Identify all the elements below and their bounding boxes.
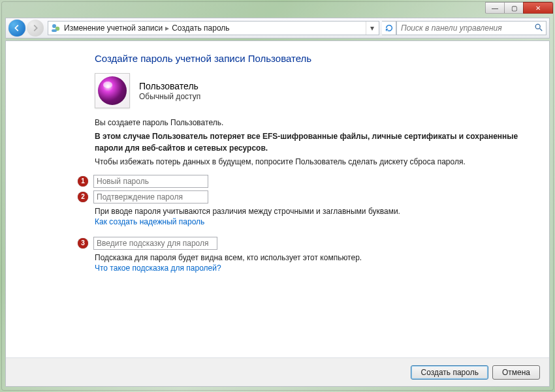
refresh-icon xyxy=(385,23,394,33)
content: Создайте пароль учетной записи Пользоват… xyxy=(6,41,549,357)
avatar-image xyxy=(98,76,127,105)
step-badge-2: 2 xyxy=(78,192,88,202)
what-is-hint-link[interactable]: Что такое подсказка для паролей? xyxy=(95,264,221,273)
strong-password-link[interactable]: Как создать надежный пароль xyxy=(95,217,204,226)
intro-text: Вы создаете пароль Пользователь. xyxy=(95,117,523,128)
window-controls: — ▢ ✕ xyxy=(486,2,553,14)
page-title: Создайте пароль учетной записи Пользоват… xyxy=(95,53,523,64)
toolbar: Изменение учетной записи ▸ Создать парол… xyxy=(5,18,550,38)
step-badge-1: 1 xyxy=(78,176,88,187)
step-badge-3: 3 xyxy=(78,238,88,249)
cancel-button[interactable]: Отмена xyxy=(492,365,540,380)
window-frame: — ▢ ✕ Изменение учетной записи ▸ Создать… xyxy=(1,1,554,391)
breadcrumb-item-1[interactable]: Изменение учетной записи xyxy=(64,23,163,33)
breadcrumb[interactable]: Изменение учетной записи ▸ Создать парол… xyxy=(48,21,379,35)
case-note-text: При вводе пароля учитываются различия ме… xyxy=(95,206,523,217)
hint-note-text: Подсказка для пароля будет видна всем, к… xyxy=(95,252,523,264)
content-area: Создайте пароль учетной записи Пользоват… xyxy=(5,40,550,387)
svg-rect-2 xyxy=(52,29,57,32)
minimize-button[interactable]: — xyxy=(485,2,505,14)
search-input[interactable] xyxy=(400,23,534,33)
user-type: Обычный доступ xyxy=(139,92,200,101)
create-password-button[interactable]: Создать пароль xyxy=(411,365,488,380)
user-accounts-icon xyxy=(51,23,61,33)
arrow-right-icon xyxy=(31,23,40,33)
nav-forward-button[interactable] xyxy=(27,20,44,37)
avatar xyxy=(95,73,130,108)
breadcrumb-dropdown-icon[interactable]: ▾ xyxy=(366,22,377,35)
footer: Создать пароль Отмена xyxy=(6,357,549,386)
search-box[interactable] xyxy=(396,21,547,35)
svg-point-0 xyxy=(52,24,56,28)
user-block: Пользователь Обычный доступ xyxy=(95,73,523,108)
nav-back-button[interactable] xyxy=(8,20,25,37)
new-password-input[interactable] xyxy=(93,175,208,188)
titlebar: — ▢ ✕ xyxy=(2,2,553,18)
refresh-button[interactable] xyxy=(382,21,396,35)
confirm-password-input[interactable] xyxy=(93,190,208,204)
svg-line-4 xyxy=(540,28,543,31)
user-name: Пользователь xyxy=(139,80,200,92)
search-icon[interactable] xyxy=(534,23,543,34)
maximize-button[interactable]: ▢ xyxy=(504,2,524,14)
warning-text: В этом случае Пользователь потеряет все … xyxy=(95,131,523,154)
advice-text: Чтобы избежать потерь данных в будущем, … xyxy=(95,157,523,168)
svg-point-3 xyxy=(535,24,540,29)
close-button[interactable]: ✕ xyxy=(523,2,553,14)
arrow-left-icon xyxy=(12,23,22,33)
password-hint-input[interactable] xyxy=(93,237,217,250)
breadcrumb-item-2[interactable]: Создать пароль xyxy=(172,23,229,33)
chevron-right-icon: ▸ xyxy=(165,23,169,33)
